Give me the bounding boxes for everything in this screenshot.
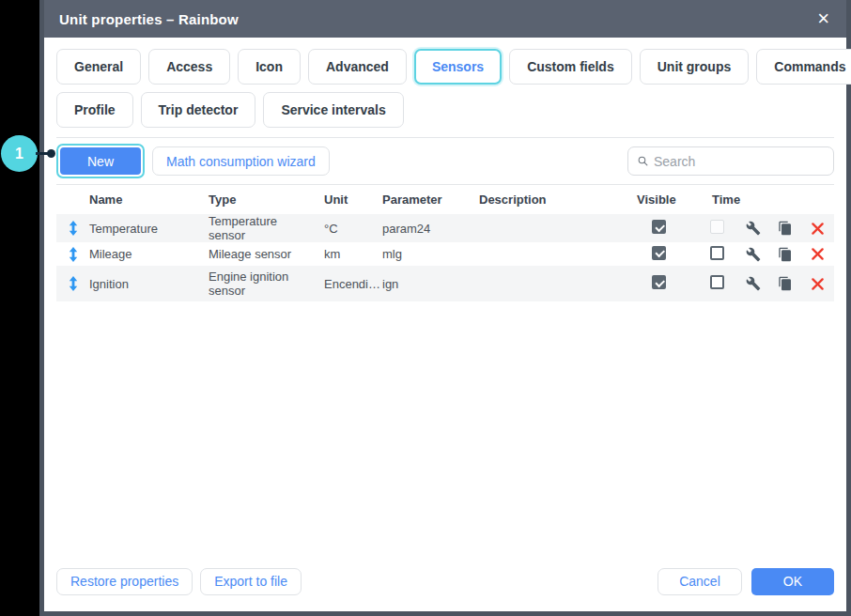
copy-sensor-icon[interactable] [769,247,801,262]
table-header-row: Name Type Unit Parameter Description Vis… [56,185,834,214]
ok-button[interactable]: OK [751,568,834,595]
edit-sensor-icon[interactable] [737,221,769,236]
table-row: Temperature Temperature sensor °C param2… [56,214,834,242]
empty-area [44,301,846,564]
drag-handle-icon[interactable] [56,276,89,291]
tab-trip-detector[interactable]: Trip detector [141,92,256,128]
tab-custom-fields[interactable]: Custom fields [509,49,632,85]
col-type: Type [209,192,324,207]
unit-properties-dialog: Unit properties – Rainbow × General Acce… [39,0,851,616]
col-parameter: Parameter [382,192,479,207]
visible-checkbox[interactable] [652,246,666,260]
close-icon[interactable]: × [815,8,831,29]
new-button-highlight-ring: New [56,144,145,178]
sensor-name: Temperature [89,222,209,236]
sensors-table: Name Type Unit Parameter Description Vis… [56,185,834,301]
math-consumption-wizard-button[interactable]: Math consumption wizard [152,146,330,176]
drag-handle-icon[interactable] [56,247,89,262]
sensor-type: Engine ignition sensor [209,270,324,298]
restore-properties-button[interactable]: Restore properties [56,568,193,595]
edit-sensor-icon[interactable] [737,247,769,262]
delete-sensor-icon[interactable] [801,278,834,290]
tab-access[interactable]: Access [148,49,230,85]
delete-sensor-icon[interactable] [801,223,834,235]
time-checkbox[interactable] [710,275,724,289]
col-unit: Unit [324,192,382,207]
tab-sensors[interactable]: Sensors [414,49,502,85]
col-name: Name [89,192,209,207]
sensor-unit: Encendi… [324,277,382,291]
table-row: Ignition Engine ignition sensor Encendi…… [56,266,834,301]
sensor-type: Temperature sensor [209,214,324,242]
sensor-type: Mileage sensor [209,247,324,261]
time-checkbox[interactable] [710,246,724,260]
sensor-unit: °C [324,222,382,236]
tab-profile[interactable]: Profile [56,92,133,128]
time-checkbox[interactable] [710,220,724,234]
tab-service-intervals[interactable]: Service intervals [263,92,403,128]
sensor-parameter: mlg [382,247,479,261]
sensor-parameter: ign [382,277,479,291]
sensors-toolbar: New Math consumption wizard [44,138,846,184]
callout-number-badge: 1 [1,135,38,172]
tab-row-1: General Access Icon Advanced Sensors Cus… [56,49,834,85]
search-box[interactable] [627,146,834,176]
tab-row-2: Profile Trip detector Service intervals [56,92,834,128]
tab-unit-groups[interactable]: Unit groups [640,49,750,85]
footer-right-buttons: Cancel OK [658,568,834,595]
edit-sensor-icon[interactable] [737,276,769,291]
visible-checkbox[interactable] [652,220,666,234]
sensor-parameter: param24 [382,222,479,236]
col-visible: Visible [620,192,693,207]
col-time: Time [693,192,737,207]
export-to-file-button[interactable]: Export to file [200,568,302,595]
tab-bar: General Access Icon Advanced Sensors Cus… [44,38,846,137]
delete-sensor-icon[interactable] [801,248,834,260]
dialog-titlebar: Unit properties – Rainbow × [44,0,846,38]
tab-icon[interactable]: Icon [238,49,301,85]
copy-sensor-icon[interactable] [769,221,801,236]
sensor-name: Mileage [89,247,209,261]
search-input[interactable] [654,154,824,169]
sensor-unit: km [324,247,382,261]
drag-handle-icon[interactable] [56,221,89,236]
tab-advanced[interactable]: Advanced [308,49,407,85]
search-icon [638,154,648,168]
tab-commands[interactable]: Commands [756,49,851,85]
dialog-footer: Restore properties Export to file Cancel… [44,564,846,611]
sensor-name: Ignition [89,277,209,291]
visible-checkbox[interactable] [652,275,666,289]
footer-left-buttons: Restore properties Export to file [56,568,302,595]
new-sensor-button[interactable]: New [60,147,141,175]
col-description: Description [479,192,620,207]
copy-sensor-icon[interactable] [769,276,801,291]
cancel-button[interactable]: Cancel [658,568,742,595]
tab-general[interactable]: General [56,49,141,85]
dialog-title: Unit properties – Rainbow [59,11,239,27]
table-row: Mileage Mileage sensor km mlg [56,242,834,266]
